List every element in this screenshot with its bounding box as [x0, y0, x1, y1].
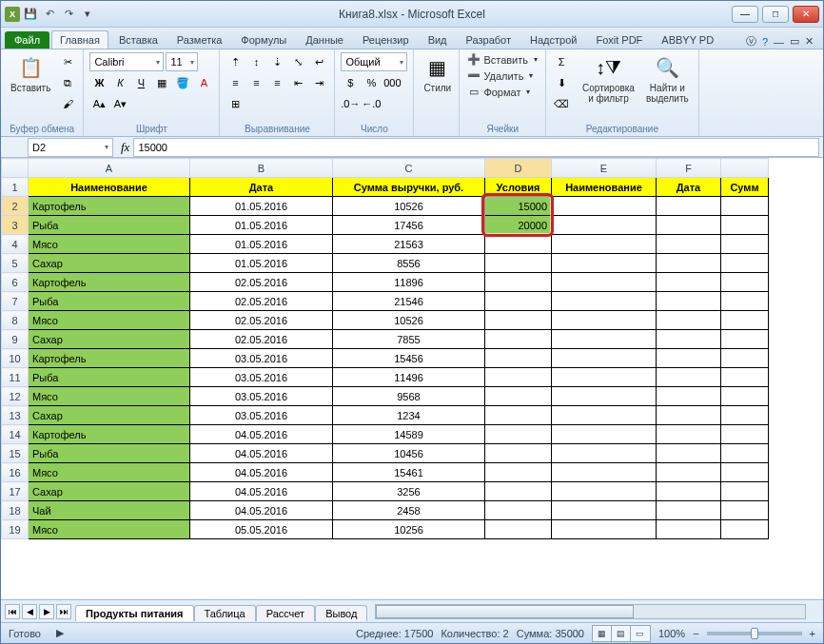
- increase-indent-icon[interactable]: ⇥: [309, 73, 328, 92]
- cell-e3[interactable]: [552, 216, 657, 235]
- save-icon[interactable]: 💾: [22, 6, 39, 23]
- clear-icon[interactable]: ⌫: [552, 94, 571, 113]
- row-head-13[interactable]: 13: [2, 406, 29, 425]
- delete-cells-button[interactable]: ➖Удалить▾: [465, 68, 540, 83]
- col-head-F[interactable]: F: [657, 159, 721, 178]
- row-head-15[interactable]: 15: [2, 444, 29, 463]
- cell-b2[interactable]: 01.05.2016: [190, 197, 333, 216]
- cell-c19[interactable]: 10256: [333, 520, 485, 539]
- copy-icon[interactable]: ⧉: [58, 73, 77, 92]
- col-head-g[interactable]: [721, 159, 769, 178]
- cell-b12[interactable]: 03.05.2016: [190, 387, 333, 406]
- minimize-button[interactable]: —: [732, 6, 758, 23]
- col-head-E[interactable]: E: [552, 159, 657, 178]
- cell-c8[interactable]: 10526: [333, 311, 485, 330]
- ribbon-minimize-icon[interactable]: ⓥ: [746, 34, 756, 49]
- fx-icon[interactable]: fx: [121, 140, 129, 155]
- zoom-slider[interactable]: [707, 632, 802, 635]
- cell-f14[interactable]: [657, 425, 721, 444]
- row-head-14[interactable]: 14: [2, 425, 29, 444]
- cell-e8[interactable]: [552, 311, 657, 330]
- cell-d3[interactable]: 20000: [485, 216, 552, 235]
- cell-e17[interactable]: [552, 482, 657, 501]
- cell-d4[interactable]: [485, 235, 552, 254]
- cell-d9[interactable]: [485, 330, 552, 349]
- doc-close-icon[interactable]: ✕: [805, 35, 814, 48]
- fill-color-button[interactable]: 🪣: [173, 73, 192, 92]
- comma-icon[interactable]: 000: [383, 73, 402, 92]
- cell-g7[interactable]: [721, 292, 769, 311]
- cell-c13[interactable]: 1234: [333, 406, 485, 425]
- doc-minimize-icon[interactable]: —: [774, 36, 784, 48]
- cell-d19[interactable]: [485, 520, 552, 539]
- percent-icon[interactable]: %: [362, 73, 381, 92]
- header-cell[interactable]: Сумма выручки, руб.: [333, 178, 485, 197]
- cell-e19[interactable]: [552, 520, 657, 539]
- align-bottom-icon[interactable]: ⇣: [267, 52, 286, 71]
- cell-g8[interactable]: [721, 311, 769, 330]
- underline-button[interactable]: Ч: [131, 73, 150, 92]
- cell-c6[interactable]: 11896: [333, 273, 485, 292]
- cell-f6[interactable]: [657, 273, 721, 292]
- cell-b17[interactable]: 04.05.2016: [190, 482, 333, 501]
- doc-restore-icon[interactable]: ▭: [790, 35, 799, 48]
- cell-d2[interactable]: 15000: [485, 197, 552, 216]
- header-cell[interactable]: Дата: [657, 178, 721, 197]
- cell-f17[interactable]: [657, 482, 721, 501]
- cell-b15[interactable]: 04.05.2016: [190, 444, 333, 463]
- number-format-combo[interactable]: Общий: [341, 52, 407, 71]
- cell-c12[interactable]: 9568: [333, 387, 485, 406]
- cell-g3[interactable]: [721, 216, 769, 235]
- cell-d13[interactable]: [485, 406, 552, 425]
- zoom-out-icon[interactable]: −: [693, 628, 698, 639]
- cell-a16[interactable]: Мясо: [29, 463, 190, 482]
- cell-a17[interactable]: Сахар: [29, 482, 190, 501]
- cell-g2[interactable]: [721, 197, 769, 216]
- tab-abbyy[interactable]: ABBYY PD: [653, 30, 722, 49]
- cell-e4[interactable]: [552, 235, 657, 254]
- cell-g9[interactable]: [721, 330, 769, 349]
- sheet-tab-3[interactable]: Рассчет: [256, 605, 316, 621]
- tab-view[interactable]: Вид: [420, 30, 456, 49]
- cell-b16[interactable]: 04.05.2016: [190, 463, 333, 482]
- row-head-18[interactable]: 18: [2, 501, 29, 520]
- align-center-icon[interactable]: ≡: [246, 73, 265, 92]
- cell-e14[interactable]: [552, 425, 657, 444]
- cell-a15[interactable]: Рыба: [29, 444, 190, 463]
- sheet-tab-2[interactable]: Таблица: [194, 605, 256, 621]
- view-pagebreak-icon[interactable]: ▭: [631, 626, 650, 641]
- cell-g14[interactable]: [721, 425, 769, 444]
- qat-dropdown-icon[interactable]: ▾: [79, 6, 96, 23]
- cell-b4[interactable]: 01.05.2016: [190, 235, 333, 254]
- cell-f12[interactable]: [657, 387, 721, 406]
- undo-icon[interactable]: ↶: [41, 6, 58, 23]
- col-head-D[interactable]: D: [485, 159, 552, 178]
- view-normal-icon[interactable]: ▦: [593, 626, 612, 641]
- row-head-19[interactable]: 19: [2, 520, 29, 539]
- cell-c16[interactable]: 15461: [333, 463, 485, 482]
- cell-f9[interactable]: [657, 330, 721, 349]
- cell-a19[interactable]: Мясо: [29, 520, 190, 539]
- cell-b18[interactable]: 04.05.2016: [190, 501, 333, 520]
- cell-d11[interactable]: [485, 368, 552, 387]
- cell-a7[interactable]: Рыба: [29, 292, 190, 311]
- help-icon[interactable]: ?: [762, 36, 768, 48]
- cell-b13[interactable]: 03.05.2016: [190, 406, 333, 425]
- currency-icon[interactable]: $: [341, 73, 360, 92]
- cell-c14[interactable]: 14589: [333, 425, 485, 444]
- select-all-corner[interactable]: [2, 159, 29, 178]
- header-cell[interactable]: Условия: [485, 178, 552, 197]
- cell-b6[interactable]: 02.05.2016: [190, 273, 333, 292]
- scroll-thumb[interactable]: [376, 605, 633, 618]
- cell-e7[interactable]: [552, 292, 657, 311]
- sheet-next-icon[interactable]: ▶: [39, 604, 54, 619]
- spreadsheet-grid[interactable]: ABCDEF1НаименованиеДатаСумма выручки, ру…: [1, 158, 769, 539]
- close-button[interactable]: ✕: [793, 6, 819, 23]
- cell-a2[interactable]: Картофель: [29, 197, 190, 216]
- cell-g5[interactable]: [721, 254, 769, 273]
- find-select-button[interactable]: 🔍 Найти и выделить: [642, 52, 693, 106]
- decrease-decimal-icon[interactable]: ←.0: [362, 94, 381, 113]
- cell-e5[interactable]: [552, 254, 657, 273]
- cell-b7[interactable]: 02.05.2016: [190, 292, 333, 311]
- tab-review[interactable]: Рецензир: [354, 30, 418, 49]
